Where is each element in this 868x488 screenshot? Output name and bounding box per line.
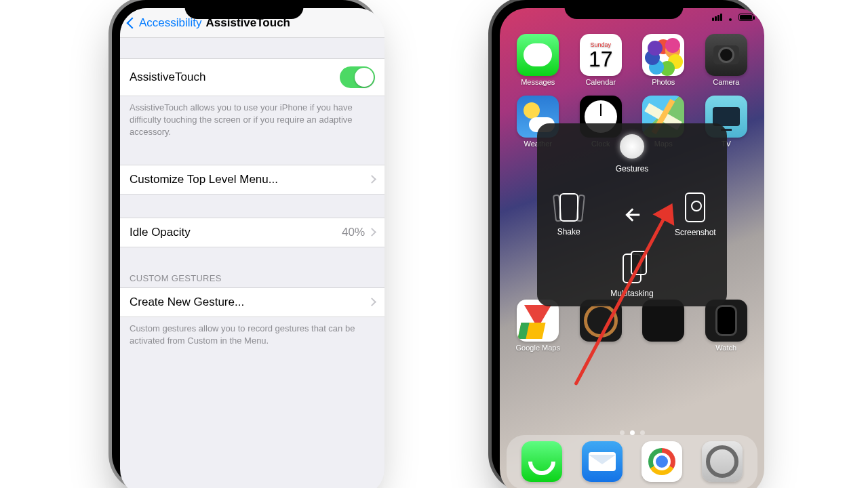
customize-group: Customize Top Level Menu...: [120, 165, 384, 195]
chevron-left-icon: [127, 17, 138, 28]
back-button[interactable]: Accessibility: [124, 16, 202, 30]
at-multitasking-button[interactable]: Multitasking: [600, 245, 663, 306]
assistivetouch-toggle-row[interactable]: AssistiveTouch: [120, 58, 384, 96]
app-photos[interactable]: Photos: [636, 34, 691, 86]
app-label: Google Maps: [511, 344, 566, 352]
multitasking-icon: [623, 253, 642, 283]
app-watch[interactable]: Watch: [699, 300, 754, 352]
row-label: AssistiveTouch: [130, 70, 205, 84]
at-label: Multitasking: [610, 289, 653, 298]
app-grid-row3: Google Maps Watch: [500, 300, 764, 352]
chevron-right-icon: [368, 175, 376, 184]
row-label: Idle Opacity: [130, 226, 191, 239]
customize-menu-row[interactable]: Customize Top Level Menu...: [120, 165, 384, 195]
section-header: Custom Gestures: [120, 268, 384, 287]
toggle-group: AssistiveTouch AssistiveTouch allows you…: [120, 58, 384, 144]
app-ring[interactable]: [574, 300, 629, 352]
app-label: Camera: [699, 78, 754, 86]
notch: [185, 0, 304, 19]
gestures-footer: Custom gestures allow you to record gest…: [120, 317, 384, 352]
app-label: [636, 344, 691, 352]
app-label: Messages: [511, 78, 566, 86]
dock-phone-icon[interactable]: [521, 441, 562, 482]
app-messages[interactable]: Messages: [511, 34, 566, 86]
app-label: Photos: [636, 78, 691, 86]
toggle-footer: AssistiveTouch allows you to use your iP…: [120, 96, 384, 144]
gestures-icon: [620, 134, 644, 159]
app-calendar[interactable]: Sunday17Calendar: [574, 34, 629, 86]
app-label: Calendar: [574, 78, 629, 86]
dock-settings-icon[interactable]: [702, 441, 743, 482]
phone-left-settings: Accessibility AssistiveTouch AssistiveTo…: [112, 0, 376, 488]
page-dot: [640, 430, 645, 435]
phone-right-homescreen: Messages Sunday17Calendar Photos Camera …: [492, 0, 756, 488]
idle-opacity-value: 40%: [342, 226, 365, 239]
app-label: [574, 344, 629, 352]
photos-icon: [642, 34, 684, 76]
page-dots[interactable]: [500, 430, 764, 435]
row-label: Customize Top Level Menu...: [130, 173, 278, 186]
create-gesture-row[interactable]: Create New Gesture...: [120, 287, 384, 317]
cellular-signal-icon: [712, 14, 722, 21]
at-label: Gestures: [616, 164, 649, 174]
chevron-right-icon: [368, 228, 376, 237]
chevron-right-icon: [368, 298, 376, 306]
opacity-group: Idle Opacity 40%: [120, 218, 384, 247]
at-label: Shake: [557, 227, 580, 237]
screenshot-icon: [685, 192, 705, 222]
idle-opacity-row[interactable]: Idle Opacity 40%: [120, 218, 384, 247]
notch: [565, 0, 684, 19]
at-back-button[interactable]: [600, 184, 663, 245]
page-dot-active: [630, 430, 635, 435]
messages-icon: [517, 34, 559, 76]
wifi-icon: [726, 12, 735, 22]
app-google-maps[interactable]: Google Maps: [511, 300, 566, 352]
app-unknown[interactable]: [636, 300, 691, 352]
page-dot: [620, 430, 625, 435]
calendar-date: 17: [589, 48, 613, 70]
at-gestures-button[interactable]: Gestures: [600, 123, 663, 184]
at-label: Screenshot: [675, 228, 716, 237]
dock-chrome-icon[interactable]: [642, 441, 682, 482]
assistivetouch-menu: Gestures Shake Screenshot Multitasking: [537, 123, 727, 306]
row-label: Create New Gesture...: [130, 296, 244, 309]
toggle-switch-on[interactable]: [340, 66, 375, 88]
gestures-group: Custom Gestures Create New Gesture... Cu…: [120, 268, 384, 352]
home-screen: Messages Sunday17Calendar Photos Camera …: [500, 8, 764, 488]
dock-mail-icon[interactable]: [582, 441, 623, 482]
dock: [507, 435, 757, 488]
at-screenshot-button[interactable]: Screenshot: [664, 184, 727, 245]
shake-icon: [559, 193, 578, 222]
settings-screen: Accessibility AssistiveTouch AssistiveTo…: [120, 8, 384, 488]
app-camera[interactable]: Camera: [699, 34, 754, 86]
at-shake-button[interactable]: Shake: [537, 184, 600, 245]
app-label: Watch: [699, 344, 754, 352]
back-arrow-icon: [618, 201, 646, 229]
status-bar: [712, 12, 753, 22]
calendar-icon: Sunday17: [580, 34, 622, 76]
battery-icon: [738, 14, 753, 21]
camera-icon: [705, 34, 747, 76]
